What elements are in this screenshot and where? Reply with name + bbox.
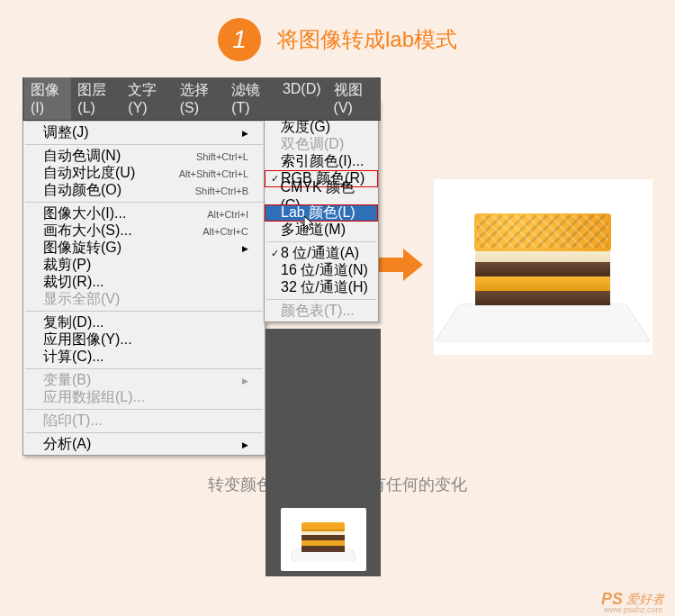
menu-item-label: 图像大小(I)... xyxy=(43,204,126,223)
menu-separator xyxy=(25,432,263,433)
check-icon: ✓ xyxy=(268,248,281,259)
submenu-item-label: 索引颜色(I)... xyxy=(281,152,364,171)
menu-item[interactable]: 自动颜色(O)Shift+Ctrl+B xyxy=(23,182,265,199)
menu-item-label: 图像旋转(G) xyxy=(43,239,122,258)
watermark-url: www.psahz.com xyxy=(604,605,662,614)
submenu-item[interactable]: 多通道(M) xyxy=(265,222,378,239)
menu-item[interactable]: 调整(J)▶ xyxy=(23,124,265,141)
menubar-item[interactable]: 3D(D) xyxy=(276,77,328,120)
menu-item[interactable]: 自动色调(N)Shift+Ctrl+L xyxy=(23,148,265,165)
menu-item[interactable]: 复制(D)... xyxy=(23,314,265,331)
submenu-item-label: 16 位/通道(N) xyxy=(281,261,368,280)
step-number-badge: 1 xyxy=(218,18,261,61)
menu-shortcut: Shift+Ctrl+B xyxy=(195,186,248,196)
menubar-item[interactable]: 视图(V) xyxy=(328,77,379,120)
menu-separator xyxy=(25,144,263,145)
menu-separator xyxy=(266,241,376,242)
menu-item-label: 应用数据组(L)... xyxy=(43,388,145,407)
submenu-item-label: 灰度(G) xyxy=(281,118,330,137)
submenu-item-label: 8 位/通道(A) xyxy=(281,244,359,263)
submenu-arrow-icon: ▶ xyxy=(242,244,248,253)
menu-item: 显示全部(V) xyxy=(23,291,265,308)
menu-shortcut: Alt+Ctrl+I xyxy=(207,209,248,220)
menu-shortcut: Alt+Ctrl+C xyxy=(202,226,248,237)
menu-item[interactable]: 分析(A)▶ xyxy=(23,436,265,453)
editor-background xyxy=(266,329,381,576)
submenu-item-label: 颜色表(T)... xyxy=(281,302,355,321)
menu-shortcut: Shift+Ctrl+L xyxy=(196,151,248,162)
menu-item-label: 自动色调(N) xyxy=(43,147,121,166)
menu-item[interactable]: 计算(C)... xyxy=(23,349,265,366)
step-title: 将图像转成lab模式 xyxy=(277,25,457,54)
menu-item-label: 裁切(R)... xyxy=(43,273,104,292)
menu-shortcut: Alt+Shift+Ctrl+L xyxy=(179,168,248,179)
submenu-item[interactable]: CMYK 颜色(C) xyxy=(265,187,378,204)
submenu-item[interactable]: Lab 颜色(L) xyxy=(265,204,378,222)
mode-submenu: 位图(B)灰度(G)双色调(D)索引颜色(I)...✓RGB 颜色(R)CMYK… xyxy=(264,99,379,322)
menu-item[interactable]: 图像旋转(G)▶ xyxy=(23,240,265,257)
menu-item[interactable]: 裁剪(P) xyxy=(23,257,265,274)
submenu-item: 颜色表(T)... xyxy=(265,303,378,320)
menu-separator xyxy=(25,311,263,312)
menu-item-label: 复制(D)... xyxy=(43,313,104,332)
menubar-item[interactable]: 文字(Y) xyxy=(122,77,173,120)
photoshop-screenshot: 图像(I)图层(L)文字(Y)选择(S)滤镜(T)3D(D)视图(V) 模式(M… xyxy=(22,77,371,456)
menu-item[interactable]: 应用图像(Y)... xyxy=(23,331,265,349)
menu-item-label: 裁剪(P) xyxy=(43,256,91,275)
menu-item-label: 陷印(T)... xyxy=(43,412,103,430)
menu-item-label: 画布大小(S)... xyxy=(43,222,132,240)
menubar-item[interactable]: 图层(L) xyxy=(71,77,122,120)
submenu-item: 双色调(D) xyxy=(265,136,378,153)
menu-item-label: 变量(B) xyxy=(43,371,91,390)
menubar-item[interactable]: 选择(S) xyxy=(174,77,225,120)
menu-item[interactable]: 画布大小(S)...Alt+Ctrl+C xyxy=(23,222,265,240)
image-thumbnail xyxy=(281,508,366,571)
menu-item-label: 计算(C)... xyxy=(43,348,104,367)
submenu-item[interactable]: 索引颜色(I)... xyxy=(265,153,378,170)
menu-item-label: 应用图像(Y)... xyxy=(43,331,132,349)
result-image xyxy=(434,179,652,355)
submenu-arrow-icon: ▶ xyxy=(242,376,248,385)
menu-item-label: 调整(J) xyxy=(43,123,89,142)
menu-item: 应用数据组(L)... xyxy=(23,389,265,406)
arrow-icon xyxy=(378,249,423,285)
submenu-arrow-icon: ▶ xyxy=(242,129,248,138)
menu-item[interactable]: 图像大小(I)...Alt+Ctrl+I xyxy=(23,205,265,222)
menu-item[interactable]: 自动对比度(U)Alt+Shift+Ctrl+L xyxy=(23,165,265,182)
submenu-item[interactable]: 16 位/通道(N) xyxy=(265,262,378,279)
submenu-item[interactable]: 灰度(G) xyxy=(265,119,378,136)
menu-item-label: 显示全部(V) xyxy=(43,290,120,309)
menubar-item[interactable]: 图像(I) xyxy=(24,77,71,120)
submenu-item-label: 32 位/通道(H) xyxy=(281,278,368,297)
menu-item-label: 分析(A) xyxy=(43,435,91,454)
menu-separator xyxy=(25,409,263,410)
image-menu: 模式(M)▶调整(J)▶自动色调(N)Shift+Ctrl+L自动对比度(U)A… xyxy=(22,98,266,456)
menubar-item[interactable]: 滤镜(T) xyxy=(225,77,276,120)
menu-separator xyxy=(266,299,376,300)
submenu-arrow-icon: ▶ xyxy=(242,440,248,449)
menu-item[interactable]: 裁切(R)... xyxy=(23,274,265,291)
menubar: 图像(I)图层(L)文字(Y)选择(S)滤镜(T)3D(D)视图(V) xyxy=(22,77,381,121)
submenu-item[interactable]: ✓8 位/通道(A) xyxy=(265,245,378,262)
submenu-item-label: Lab 颜色(L) xyxy=(281,204,356,222)
submenu-item-label: 双色调(D) xyxy=(281,135,344,154)
submenu-item-label: 多通道(M) xyxy=(281,221,346,240)
menu-item: 陷印(T)... xyxy=(23,412,265,430)
submenu-item[interactable]: 32 位/通道(H) xyxy=(265,279,378,296)
menu-separator xyxy=(25,202,263,203)
menu-separator xyxy=(25,368,263,369)
menu-item-label: 自动对比度(U) xyxy=(43,164,135,183)
check-icon: ✓ xyxy=(268,173,281,185)
menu-item: 变量(B)▶ xyxy=(23,372,265,389)
menu-item-label: 自动颜色(O) xyxy=(43,181,122,200)
menu-separator xyxy=(25,121,263,122)
